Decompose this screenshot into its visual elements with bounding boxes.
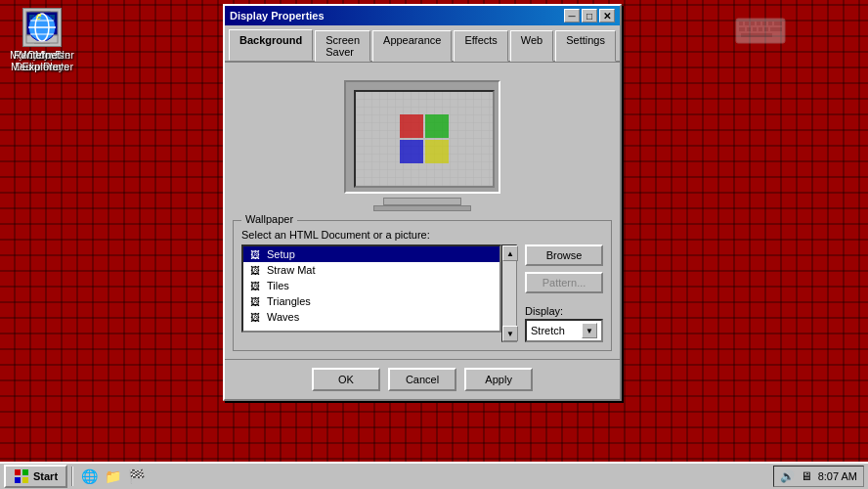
listbox-item-icon-setup: 🖼 — [247, 247, 263, 261]
listbox-item-icon-tiles: 🖼 — [247, 279, 263, 292]
desktop-icon-internet-explorer[interactable]: e Internet Explorer — [8, 8, 76, 72]
system-time: 8:07 AM — [818, 470, 857, 482]
tray-speaker-icon: 🔊 — [780, 469, 795, 483]
tabs-bar: Background Screen Saver Appearance Effec… — [225, 25, 620, 63]
wallpaper-group: Wallpaper Select an HTML Document or a p… — [233, 220, 612, 351]
listbox-item-icon-triangles: 🖼 — [247, 294, 263, 308]
display-properties-dialog: Display Properties ─ □ ✕ Background Scre… — [223, 4, 622, 401]
monitor-screen — [354, 90, 495, 188]
wallpaper-group-label: Wallpaper — [241, 213, 297, 225]
listbox-scrollbar[interactable]: ▲ ▼ — [501, 244, 517, 342]
windows-logo-icon — [14, 468, 29, 484]
minimize-button[interactable]: ─ — [564, 9, 580, 22]
start-button[interactable]: Start — [4, 465, 67, 488]
svg-rect-57 — [774, 22, 782, 25]
svg-rect-59 — [747, 27, 751, 31]
monitor-base — [373, 205, 471, 211]
wallpaper-listbox[interactable]: 🖼 Setup 🖼 Straw Mat 🖼 Tiles — [241, 244, 501, 333]
svg-rect-58 — [739, 27, 745, 31]
desktop-icon-internet-explorer-label: Internet Explorer — [8, 49, 76, 72]
dialog-titlebar: Display Properties ─ □ ✕ — [225, 6, 620, 25]
monitor-stand — [383, 198, 461, 205]
svg-rect-65 — [15, 469, 21, 475]
start-label: Start — [33, 470, 58, 482]
listbox-item-setup[interactable]: 🖼 Setup — [243, 246, 499, 262]
desktop: My Computer Recycle Bin — [0, 0, 868, 462]
quick-launch-explorer[interactable]: 📁 — [103, 467, 122, 486]
svg-rect-68 — [22, 477, 28, 483]
scroll-up-button[interactable]: ▲ — [502, 245, 518, 261]
tab-web[interactable]: Web — [510, 30, 553, 62]
desktop-icon-wordpad[interactable]: WordPad — [860, 8, 868, 61]
right-controls: Browse Pattern... Display: Stretch ▼ — [525, 244, 603, 342]
svg-rect-54 — [757, 22, 760, 25]
scroll-down-button[interactable]: ▼ — [502, 326, 518, 341]
ok-button[interactable]: OK — [312, 368, 380, 391]
listbox-item-waves[interactable]: 🖼 Waves — [243, 309, 499, 325]
desktop-icon-wordpad-label: WordPad — [860, 49, 868, 61]
svg-rect-53 — [751, 22, 755, 25]
listbox-item-icon-straw-mat: 🖼 — [247, 263, 263, 277]
tray-network-icon: 🖥 — [801, 469, 812, 483]
listbox-container: 🖼 Setup 🖼 Straw Mat 🖼 Tiles — [241, 244, 517, 342]
display-label: Display: — [525, 305, 603, 317]
svg-rect-51 — [739, 22, 743, 25]
ghost-keyboard-icon — [731, 4, 790, 55]
svg-rect-64 — [741, 33, 772, 37]
svg-rect-56 — [768, 22, 772, 25]
taskbar-separator — [71, 467, 73, 486]
wallpaper-description: Select an HTML Document or a picture: — [241, 229, 603, 241]
display-select-value: Stretch — [531, 325, 565, 336]
svg-rect-66 — [22, 469, 28, 475]
tab-appearance[interactable]: Appearance — [372, 30, 452, 62]
maximize-button[interactable]: □ — [582, 9, 597, 22]
svg-rect-55 — [762, 22, 766, 25]
wallpaper-controls: 🖼 Setup 🖼 Straw Mat 🖼 Tiles — [241, 244, 603, 342]
taskbar: Start 🌐 📁 🏁 🔊 🖥 8:07 AM — [0, 462, 868, 489]
browse-button[interactable]: Browse — [525, 244, 603, 266]
display-select-arrow[interactable]: ▼ — [582, 323, 597, 338]
svg-text:e: e — [36, 11, 42, 22]
tab-background[interactable]: Background — [229, 29, 313, 61]
scroll-track — [502, 261, 516, 326]
windows-flag-logo — [400, 114, 449, 163]
cancel-button[interactable]: Cancel — [388, 368, 456, 391]
svg-rect-61 — [759, 27, 762, 31]
screen-wallpaper — [356, 92, 493, 186]
svg-rect-60 — [753, 27, 757, 31]
display-row: Display: Stretch ▼ — [525, 305, 603, 342]
svg-rect-63 — [770, 27, 782, 31]
titlebar-buttons: ─ □ ✕ — [564, 9, 615, 22]
quick-launch-windows[interactable]: 🏁 — [126, 467, 146, 486]
close-button[interactable]: ✕ — [599, 9, 615, 22]
dialog-title: Display Properties — [230, 10, 325, 22]
tab-effects[interactable]: Effects — [454, 30, 507, 62]
dialog-content: Wallpaper Select an HTML Document or a p… — [225, 63, 620, 359]
svg-rect-62 — [764, 27, 768, 31]
taskbar-quick-launch: 🌐 📁 🏁 — [77, 467, 148, 486]
display-select[interactable]: Stretch ▼ — [525, 319, 603, 342]
monitor-preview — [233, 70, 612, 216]
svg-rect-52 — [745, 22, 749, 25]
listbox-item-icon-waves: 🖼 — [247, 310, 263, 324]
pattern-button[interactable]: Pattern... — [525, 272, 603, 293]
listbox-item-straw-mat[interactable]: 🖼 Straw Mat — [243, 262, 499, 278]
tab-screen-saver[interactable]: Screen Saver — [315, 30, 370, 62]
tab-settings[interactable]: Settings — [555, 30, 616, 62]
dialog-buttons: OK Cancel Apply — [225, 359, 620, 399]
monitor-outer — [344, 80, 500, 194]
listbox-item-triangles[interactable]: 🖼 Triangles — [243, 293, 499, 309]
listbox-item-tiles[interactable]: 🖼 Tiles — [243, 278, 499, 293]
svg-rect-67 — [15, 477, 21, 483]
quick-launch-ie[interactable]: 🌐 — [79, 467, 99, 486]
apply-button[interactable]: Apply — [464, 368, 533, 391]
system-tray: 🔊 🖥 8:07 AM — [773, 466, 864, 487]
